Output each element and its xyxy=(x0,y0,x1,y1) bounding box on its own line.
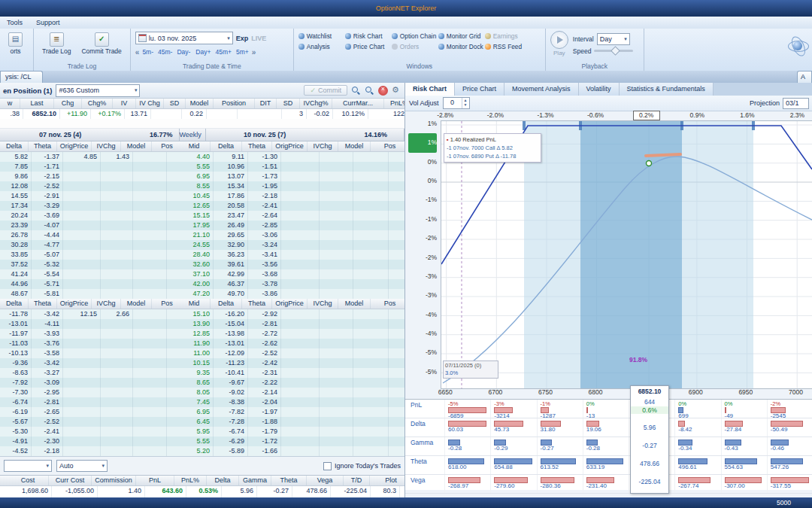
chevron-left-icon[interactable]: « xyxy=(135,48,140,56)
current-price-marker[interactable] xyxy=(647,161,652,166)
call-row[interactable]: 9.86-2.15 xyxy=(0,172,178,181)
call-row[interactable]: 37.52-5.32 xyxy=(0,260,178,269)
put-row[interactable]: 7.45-8.38-2.04 xyxy=(178,397,404,407)
put-row[interactable]: 10.15-11.23-2.42 xyxy=(178,358,404,368)
risk-tab-4[interactable]: Statistics & Fundamentals xyxy=(620,83,714,96)
window-toggle-0[interactable]: Analysis xyxy=(298,43,345,50)
call-row[interactable]: 37.1042.99-3.68 xyxy=(178,269,404,279)
play-button[interactable] xyxy=(550,31,568,49)
call-row[interactable]: 28.4036.23-3.41 xyxy=(178,250,404,260)
spinner-arrows-icon[interactable]: ▲▼ xyxy=(462,98,469,108)
interval-select[interactable]: Day xyxy=(597,33,630,45)
risk-tab-2[interactable]: Movement Analysis xyxy=(504,83,579,96)
put-row[interactable]: -5.67-2.52 xyxy=(0,417,178,427)
put-row[interactable]: -6.19-2.65 xyxy=(0,407,178,417)
put-row[interactable]: -11.97-3.93 xyxy=(0,329,178,339)
window-toggle-0[interactable]: Watchlist xyxy=(298,32,345,40)
call-row[interactable]: 15.1523.47-2.64 xyxy=(178,211,404,221)
put-row[interactable]: -6.74-2.81 xyxy=(0,397,178,407)
settings-gear-icon[interactable] xyxy=(392,86,401,96)
time-step-forward-1[interactable]: 45m+ xyxy=(213,47,234,58)
call-row[interactable]: 24.5532.90-3.24 xyxy=(178,240,404,250)
expiry-right[interactable]: 10 nov. 25 (7) 14.16% xyxy=(206,129,404,141)
put-row[interactable]: 9.35-10.41-2.31 xyxy=(178,368,404,378)
call-row[interactable]: 12.08-2.52 xyxy=(0,181,178,191)
put-row[interactable]: 8.65-9.67-2.22 xyxy=(178,378,404,388)
call-row[interactable]: 26.78-4.44 xyxy=(0,230,178,240)
projection-value[interactable]: 03/1 xyxy=(783,98,809,109)
put-row[interactable]: 13.90-15.04-2.81 xyxy=(178,319,404,329)
current-price-column[interactable]: 6852.10 644 0.6% 5.96 -0.27 478.66 -225.… xyxy=(630,385,669,494)
put-row[interactable]: 8.05-9.02-2.14 xyxy=(178,388,404,397)
weekly-label[interactable]: Weekly xyxy=(180,129,206,141)
call-row[interactable]: 5.5510.96-1.51 xyxy=(178,162,404,172)
reports-button[interactable]: orts xyxy=(5,31,26,56)
call-row[interactable]: 14.55-2.91 xyxy=(0,191,178,201)
menu-item-0[interactable]: Tools xyxy=(0,17,29,29)
trading-date-input[interactable]: lu. 03 nov. 2025 xyxy=(135,32,233,44)
time-step-forward-2[interactable]: 5m+ xyxy=(234,47,251,58)
put-row[interactable]: -4.91-2.30 xyxy=(0,437,178,446)
put-row[interactable]: 5.55-6.29-1.72 xyxy=(178,437,404,446)
call-row[interactable]: 30.28-4.77 xyxy=(0,240,178,250)
call-row[interactable]: 17.34-3.29 xyxy=(0,201,178,211)
put-row[interactable]: 12.85-13.98-2.72 xyxy=(178,329,404,339)
commit-trade-button[interactable]: Commit Trade xyxy=(77,31,125,56)
call-row[interactable]: 48.67-5.81 xyxy=(0,289,178,299)
risk-chart-plot[interactable]: 1.40 Realized PnL -1 07nov. 7000 Call Δ … xyxy=(441,120,812,389)
chevron-right-icon[interactable]: » xyxy=(252,48,256,56)
window-toggle-4[interactable]: Earnings xyxy=(485,32,532,40)
tab-cut-right[interactable]: A xyxy=(797,71,812,83)
call-row[interactable]: 32.6039.61-3.56 xyxy=(178,260,404,269)
call-row[interactable]: 5.82-1.374.851.43-1 xyxy=(0,152,178,162)
call-row[interactable]: 33.85-5.07 xyxy=(0,250,178,260)
put-row[interactable]: 5.95-6.74-1.79 xyxy=(178,427,404,437)
risk-tab-1[interactable]: Price Chart xyxy=(455,83,504,96)
window-toggle-3[interactable]: Monitor Dock xyxy=(438,43,485,50)
put-row[interactable]: -8.63-3.27 xyxy=(0,368,178,378)
totals-row[interactable]: 1,698.60-1,055.001.40643.600.53%5.96-0.2… xyxy=(8,486,404,495)
window-toggle-2[interactable]: Option Chain xyxy=(392,32,438,40)
zoom-in-icon[interactable] xyxy=(351,86,361,96)
risk-tab-0[interactable]: Risk Chart xyxy=(405,83,455,96)
call-row[interactable]: 20.24-3.69 xyxy=(0,211,178,221)
call-row[interactable]: 23.39-4.07 xyxy=(0,221,178,230)
auto-select[interactable]: Auto xyxy=(56,460,108,472)
put-row[interactable]: 11.00-12.09-2.52 xyxy=(178,348,404,358)
risk-tab-3[interactable]: Volatility xyxy=(579,83,620,96)
time-step-back-1[interactable]: 45m- xyxy=(156,47,174,58)
window-toggle-2[interactable]: Orders xyxy=(392,43,438,50)
call-row[interactable]: 41.24-5.54 xyxy=(0,269,178,279)
call-row[interactable]: 8.5515.34-1.95 xyxy=(178,181,404,191)
put-row[interactable]: -7.92-3.09 xyxy=(0,378,178,388)
call-row[interactable]: 47.2049.70-3.86 xyxy=(178,289,404,299)
ignore-trades-checkbox[interactable]: Ignore Today's Trades xyxy=(323,462,401,470)
speed-slider-handle[interactable] xyxy=(611,46,620,56)
window-toggle-1[interactable]: Risk Chart xyxy=(345,32,392,40)
close-position-icon[interactable] xyxy=(378,86,388,96)
put-row[interactable]: 15.10-16.20-2.92 xyxy=(178,309,404,319)
call-row[interactable]: 12.6520.58-2.41 xyxy=(178,201,404,211)
put-row[interactable]: -13.01-4.11 xyxy=(0,319,178,329)
put-row[interactable]: 5.20-5.89-1.66 xyxy=(178,446,404,456)
call-row[interactable]: 17.9526.49-2.85 xyxy=(178,221,404,230)
zoom-out-icon[interactable] xyxy=(365,86,374,96)
put-row[interactable]: 6.45-7.28-1.88 xyxy=(178,417,404,427)
vol-adjust-spinner[interactable]: 0 ▲▼ xyxy=(443,97,470,109)
put-row[interactable]: -4.52-2.18 xyxy=(0,446,178,456)
strategy-select[interactable]: #636 Custom xyxy=(56,84,140,97)
call-row[interactable]: 6.9513.07-1.73 xyxy=(178,172,404,181)
speed-slider[interactable] xyxy=(594,50,633,52)
time-step-forward-0[interactable]: Day+ xyxy=(193,47,213,58)
put-row[interactable]: 6.95-7.82-1.97 xyxy=(178,407,404,417)
put-row[interactable]: -11.78-3.4212.152.66-1 xyxy=(0,309,178,319)
call-row[interactable]: 44.96-5.71 xyxy=(0,279,178,289)
chain-filter-select[interactable] xyxy=(4,460,52,472)
menu-item-1[interactable]: Support xyxy=(29,17,67,29)
time-step-back-2[interactable]: Day- xyxy=(174,47,192,58)
trade-log-button[interactable]: Trade Log xyxy=(38,31,74,56)
time-step-back-0[interactable]: 5m- xyxy=(140,47,156,58)
put-row[interactable]: -5.30-2.41 xyxy=(0,427,178,437)
window-toggle-1[interactable]: Price Chart xyxy=(345,43,392,50)
call-row[interactable]: 21.1029.65-3.06 xyxy=(178,230,404,240)
